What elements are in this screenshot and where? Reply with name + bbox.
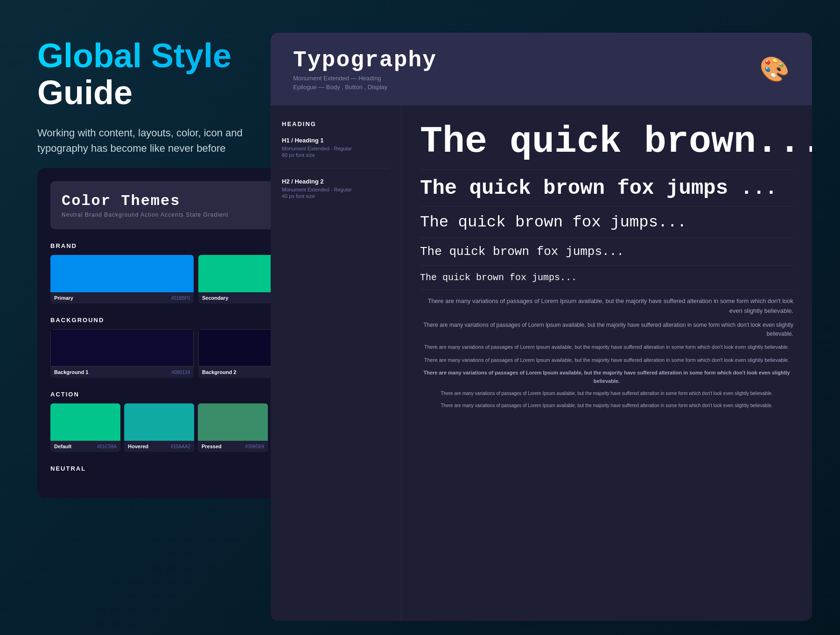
color-themes-title: Color Themes — [62, 192, 229, 210]
typography-card: Typography Monument Extended — Heading E… — [271, 33, 812, 621]
display-text-2: The quick brown fox jumps ... — [420, 176, 793, 200]
bg1-info: Background 1 #080134 — [50, 367, 194, 378]
typography-header-text: Typography Monument Extended — Heading E… — [293, 48, 437, 91]
action-hovered-color — [124, 403, 194, 441]
color-card-header-text: Color Themes Neutral Brand Background Ac… — [62, 192, 229, 218]
left-panel: Global Style Guide Working with content,… — [37, 37, 289, 175]
body-text-2: There are many variations of passages of… — [420, 321, 793, 339]
brand-primary-swatch: Primary #018BF0 — [50, 255, 194, 303]
body-text-1: There are many variations of passages of… — [420, 296, 793, 316]
brand-primary-info: Primary #018BF0 — [50, 292, 194, 303]
bg1-swatch: Background 1 #080134 — [50, 329, 194, 378]
brand-secondary-name: Secondary — [202, 295, 228, 301]
h1-title: H1 / Heading 1 — [282, 137, 390, 144]
typography-header: Typography Monument Extended — Heading E… — [271, 33, 812, 106]
subtitle: Working with content, layouts, color, ic… — [37, 125, 252, 156]
body-text-3: There are many variations of passages of… — [420, 343, 793, 352]
divider-3 — [420, 238, 793, 238]
heading-item-h1: H1 / Heading 1 Monument Extended - Regul… — [282, 137, 390, 169]
divider-2 — [420, 206, 793, 207]
typography-specs: HEADING H1 / Heading 1 Monument Extended… — [271, 106, 401, 621]
bg1-hex: #080134 — [172, 370, 190, 375]
divider-5 — [420, 289, 793, 290]
brand-primary-hex: #018BF0 — [171, 296, 190, 301]
display-text-1: The quick brown... — [420, 120, 793, 163]
action-pressed-name: Pressed — [202, 444, 222, 449]
body-text-7: There are many variations of passages of… — [420, 402, 793, 409]
action-pressed-swatch: Pressed #398D69 — [198, 403, 268, 452]
typography-body: HEADING H1 / Heading 1 Monument Extended… — [271, 106, 812, 621]
divider-1 — [420, 169, 793, 170]
action-default-swatch: Default #01C58A — [50, 403, 120, 452]
display-text-5: The quick brown fox jumps... — [420, 272, 793, 283]
typography-palette-icon: 🎨 — [759, 55, 790, 84]
typography-panel: Typography Monument Extended — Heading E… — [271, 33, 812, 621]
title-line1: Global Style — [37, 37, 289, 74]
action-default-info: Default #01C58A — [50, 441, 120, 452]
action-default-color — [50, 403, 120, 441]
action-hovered-swatch: Hovered #10AAA2 — [124, 403, 194, 452]
typography-subtitle1: Monument Extended — Heading — [293, 75, 437, 82]
bg2-name: Background 2 — [202, 369, 236, 375]
heading-item-h2: H2 / Heading 2 Monument Extended - Regul… — [282, 178, 390, 209]
h2-title: H2 / Heading 2 — [282, 178, 390, 185]
typography-subtitle2: Epilogue — Body , Button , Display — [293, 84, 437, 91]
display-text-4: The quick brown fox jumps... — [420, 245, 793, 259]
heading-section-label: HEADING — [282, 120, 390, 127]
action-hovered-hex: #10AAA2 — [171, 444, 190, 449]
brand-primary-name: Primary — [54, 295, 73, 301]
action-pressed-info: Pressed #398D69 — [198, 441, 268, 452]
divider-4 — [420, 265, 793, 266]
display-text-3: The quick brown fox jumps... — [420, 213, 793, 231]
h2-size: 40 px font size — [282, 193, 390, 199]
bg1-color — [50, 329, 194, 367]
title-line2: Guide — [37, 74, 289, 111]
action-default-hex: #01C58A — [97, 444, 117, 449]
action-pressed-color — [198, 403, 268, 441]
typography-title: Typography — [293, 48, 437, 73]
h1-font: Monument Extended - Regular — [282, 146, 390, 151]
h2-font: Monument Extended - Regular — [282, 187, 390, 192]
body-text-4: There are many variations of passages of… — [420, 356, 793, 365]
bg1-name: Background 1 — [54, 369, 88, 375]
action-pressed-hex: #398D69 — [245, 444, 264, 449]
typography-display: The quick brown... The quick brown fox j… — [401, 106, 812, 621]
main-title: Global Style Guide — [37, 37, 289, 111]
action-default-name: Default — [54, 444, 71, 449]
color-themes-subtitle: Neutral Brand Background Action Accents … — [62, 212, 229, 218]
brand-primary-color — [50, 255, 194, 292]
action-hovered-info: Hovered #10AAA2 — [124, 441, 194, 452]
body-text-6: There are many variations of passages of… — [420, 390, 793, 397]
action-hovered-name: Hovered — [128, 444, 148, 449]
h1-size: 80 px font size — [282, 152, 390, 158]
body-text-5-bold: There are many variations of passages of… — [420, 369, 793, 385]
